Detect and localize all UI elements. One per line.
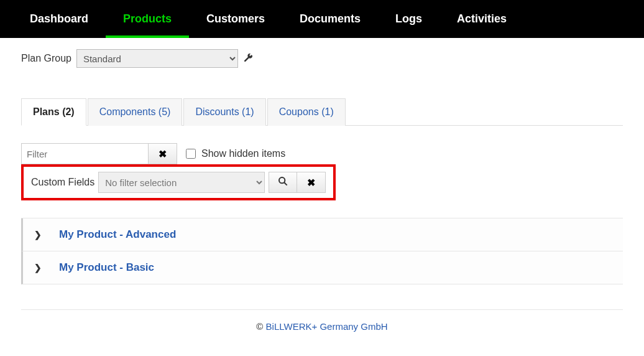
svg-point-0	[279, 177, 285, 183]
tab-label: Components (5)	[99, 106, 171, 117]
nav-label: Documents	[300, 12, 361, 26]
close-icon: ✖	[307, 177, 315, 189]
tab-label: Coupons (1)	[279, 106, 334, 117]
svg-line-1	[284, 182, 287, 185]
footer-link[interactable]: BiLLWERK+ Germany GmbH	[266, 321, 388, 332]
custom-fields-search-button[interactable]	[269, 172, 297, 193]
custom-fields-label: Custom Fields	[31, 177, 94, 188]
top-nav: Dashboard Products Customers Documents L…	[0, 0, 644, 38]
filter-input[interactable]	[21, 143, 149, 164]
show-hidden-label: Show hidden items	[201, 148, 285, 159]
show-hidden-wrap[interactable]: Show hidden items	[183, 147, 285, 161]
footer: © BiLLWERK+ Germany GmbH	[21, 309, 623, 347]
nav-label: Activities	[457, 12, 507, 26]
tab-coupons[interactable]: Coupons (1)	[267, 98, 346, 126]
chevron-right-icon[interactable]: ❯	[34, 263, 42, 273]
plan-group-select[interactable]: Standard	[76, 49, 238, 68]
plan-title[interactable]: My Product - Basic	[59, 261, 154, 274]
plan-group-label: Plan Group	[21, 53, 71, 64]
chevron-right-icon[interactable]: ❯	[34, 230, 42, 240]
clear-filter-button[interactable]: ✖	[149, 143, 177, 164]
nav-label: Products	[123, 12, 172, 26]
tab-plans[interactable]: Plans (2)	[21, 98, 86, 126]
search-icon	[278, 176, 288, 189]
custom-fields-clear-button[interactable]: ✖	[297, 172, 326, 193]
copyright-symbol: ©	[256, 321, 263, 332]
nav-products[interactable]: Products	[106, 0, 189, 38]
tab-discounts[interactable]: Discounts (1)	[183, 98, 265, 126]
nav-documents[interactable]: Documents	[282, 0, 378, 38]
nav-customers[interactable]: Customers	[189, 0, 282, 38]
tab-components[interactable]: Components (5)	[88, 98, 183, 126]
nav-dashboard[interactable]: Dashboard	[12, 0, 106, 38]
content: Plan Group Standard Plans (2) Components…	[0, 38, 644, 347]
tab-label: Discounts (1)	[195, 106, 254, 117]
show-hidden-checkbox[interactable]	[186, 149, 196, 159]
list-item[interactable]: ❯ My Product - Advanced	[21, 218, 623, 251]
subtabs: Plans (2) Components (5) Discounts (1) C…	[21, 98, 623, 126]
custom-fields-select[interactable]: No filter selection	[98, 172, 265, 193]
nav-label: Customers	[206, 12, 265, 26]
custom-fields-buttons: ✖	[269, 172, 326, 193]
nav-label: Dashboard	[30, 12, 88, 26]
plan-group-row: Plan Group Standard	[21, 49, 623, 68]
nav-label: Logs	[395, 12, 422, 26]
wrench-icon[interactable]	[243, 52, 254, 65]
list-item[interactable]: ❯ My Product - Basic	[21, 251, 623, 284]
custom-fields-highlight: Custom Fields No filter selection ✖	[21, 164, 336, 200]
nav-activities[interactable]: Activities	[439, 0, 524, 38]
nav-logs[interactable]: Logs	[378, 0, 439, 38]
plan-list: ❯ My Product - Advanced ❯ My Product - B…	[21, 218, 623, 284]
filter-row: ✖ Show hidden items	[21, 143, 623, 164]
tab-label: Plans (2)	[33, 106, 75, 117]
close-icon: ✖	[159, 148, 167, 160]
plan-title[interactable]: My Product - Advanced	[59, 228, 176, 241]
